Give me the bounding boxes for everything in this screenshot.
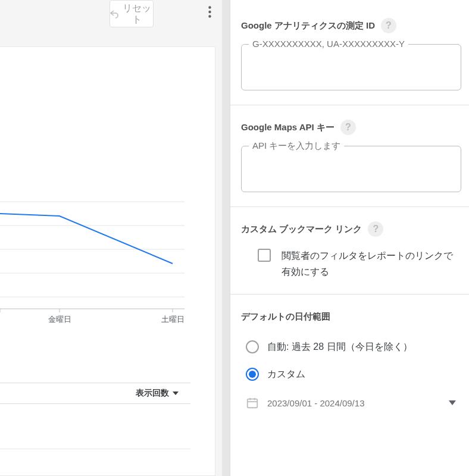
calendar-icon (246, 396, 259, 409)
section-bookmark: カスタム ブックマーク リンク ? 閲覧者のフィルタをレポートのリンクで有効にす… (230, 207, 469, 295)
axis-label-friday: 金曜日 (48, 315, 71, 324)
undo-icon (110, 9, 118, 18)
more-vert-icon (208, 6, 211, 18)
radio-auto-label: 自動: 過去 28 日間（今日を除く） (267, 341, 412, 353)
help-icon[interactable]: ? (340, 120, 356, 135)
reset-button-label: リセット (121, 2, 153, 25)
maps-key-label: Google Maps API キー (241, 122, 334, 133)
overflow-menu-button[interactable] (202, 5, 217, 19)
ga-id-label: Google アナリティクスの測定 ID (241, 20, 375, 32)
reset-button[interactable]: リセット (110, 0, 154, 27)
maps-key-field[interactable]: API キーを入力します (241, 146, 461, 192)
bookmark-label: カスタム ブックマーク リンク (241, 224, 362, 235)
ga-id-input[interactable] (242, 45, 461, 90)
svg-point-2 (208, 15, 211, 17)
display-count-label: 表示回数 (136, 388, 169, 399)
ga-id-placeholder-label: G-XXXXXXXXXX, UA-XXXXXXXXX-Y (249, 39, 408, 49)
chevron-down-icon (173, 392, 179, 395)
section-maps-key: Google Maps API キー ? API キーを入力します (230, 105, 469, 207)
viewer-filter-checkbox-label: 閲覧者のフィルタをレポートのリンクで有効にする (282, 248, 458, 280)
divider (0, 449, 190, 449)
svg-rect-12 (248, 399, 258, 408)
radio-icon (246, 340, 259, 353)
chevron-down-icon (449, 400, 456, 405)
panel-gutter (222, 0, 230, 476)
display-count-select[interactable]: 表示回数 (0, 383, 190, 404)
viewer-filter-checkbox[interactable] (258, 249, 271, 262)
radio-icon (246, 368, 259, 381)
maps-key-input[interactable] (242, 146, 461, 192)
svg-point-1 (208, 11, 211, 13)
section-date-range: デフォルトの日付範囲 自動: 過去 28 日間（今日を除く） カスタム 2023… (230, 295, 469, 425)
settings-panel: Google アナリティクスの測定 ID ? G-XXXXXXXXXX, UA-… (230, 0, 469, 476)
section-ga-id: Google アナリティクスの測定 ID ? G-XXXXXXXXXX, UA-… (230, 0, 469, 105)
chart-panel: 金曜日 土曜日 表示回数 (0, 46, 215, 476)
axis-label-saturday: 土曜日 (161, 315, 185, 324)
date-range-picker[interactable]: 2023/09/01 - 2024/09/13 (241, 388, 464, 411)
svg-point-0 (208, 6, 211, 8)
date-range-text: 2023/09/01 - 2024/09/13 (267, 398, 440, 408)
date-range-radio-auto[interactable]: 自動: 過去 28 日間（今日を除く） (246, 333, 464, 361)
help-icon[interactable]: ? (368, 221, 383, 237)
ga-id-field[interactable]: G-XXXXXXXXXX, UA-XXXXXXXXX-Y (241, 44, 461, 90)
line-chart[interactable]: 金曜日 土曜日 (0, 166, 190, 356)
help-icon[interactable]: ? (381, 18, 396, 33)
date-range-radio-custom[interactable]: カスタム (246, 361, 464, 388)
maps-key-placeholder-label: API キーを入力します (249, 140, 344, 152)
date-range-label: デフォルトの日付範囲 (241, 311, 330, 322)
radio-custom-label: カスタム (267, 368, 305, 381)
